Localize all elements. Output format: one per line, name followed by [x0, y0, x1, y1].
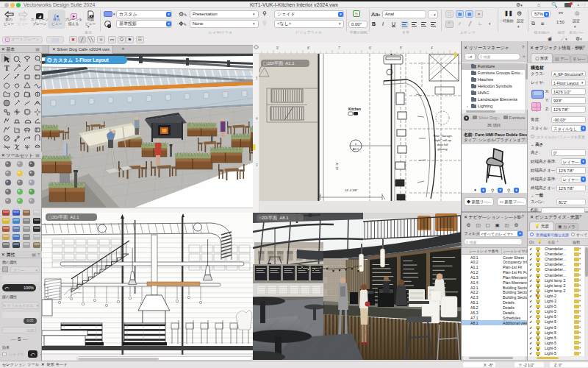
- svg-text:14'-4 3/8": 14'-4 3/8": [345, 188, 358, 192]
- svg-text:8': 8': [307, 46, 310, 50]
- svg-text:Style" roll-up: Style" roll-up: [434, 138, 451, 142]
- svg-text:Kitchen: Kitchen: [348, 107, 361, 111]
- svg-text:7': 7': [338, 46, 341, 50]
- svg-text:door full: door full: [437, 143, 448, 146]
- svg-text:glazing: glazing: [437, 147, 448, 151]
- svg-text:9': 9': [276, 46, 279, 50]
- svg-text:T: T: [4, 64, 10, 72]
- svg-text:5': 5': [400, 46, 403, 50]
- svg-text:42'-3": 42'-3": [335, 162, 339, 170]
- svg-text:A5.1: A5.1: [353, 147, 359, 151]
- svg-text:6': 6': [369, 46, 372, 50]
- svg-text:New "Garage: New "Garage: [434, 134, 453, 138]
- svg-text:4': 4': [431, 46, 434, 50]
